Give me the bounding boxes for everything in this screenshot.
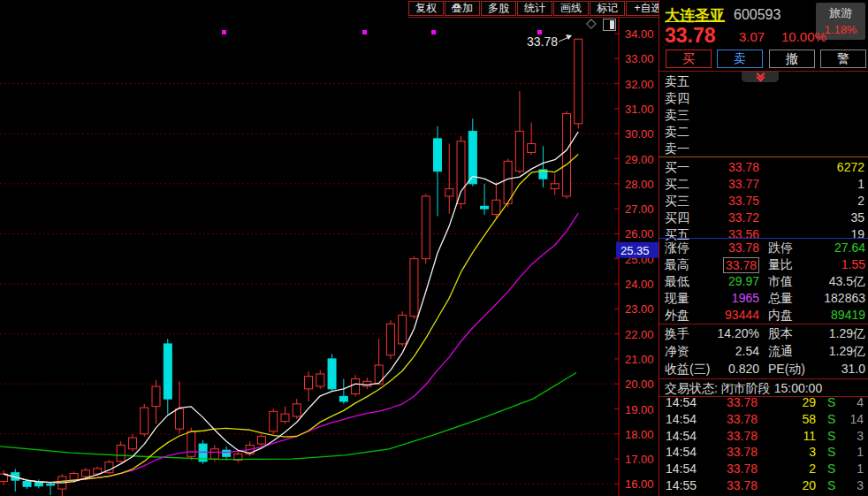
ask-row[interactable]: 卖三	[659, 107, 868, 124]
tick-count: 14	[849, 411, 864, 428]
ask-row[interactable]: 卖二	[659, 124, 868, 141]
bid-row[interactable]: 买四33.7235	[659, 210, 868, 226]
tick-count: 1	[857, 461, 864, 477]
chart-toolbar: 复权 叠加 多股 统计 画线 标记 +自选 返回	[408, 0, 659, 18]
candle-body	[433, 139, 441, 172]
stat-value[interactable]: 33.78	[723, 257, 759, 273]
candle-body	[575, 39, 582, 124]
price-change: 3.07	[739, 29, 765, 44]
tick-volume: 58	[802, 411, 816, 428]
tick-volume: 3	[809, 444, 816, 461]
fundamental-label: 流通	[768, 343, 793, 360]
ask-row[interactable]: 卖一	[659, 141, 868, 157]
ma-line	[4, 213, 578, 482]
price-annotation: 33.78	[527, 34, 558, 49]
sell-button[interactable]: 卖	[717, 50, 763, 68]
stat-label: 内盘	[768, 307, 793, 324]
annotation-arrowhead	[566, 34, 572, 40]
candle-body	[164, 344, 171, 399]
candle-body	[305, 377, 313, 389]
window-restore-icon[interactable]	[603, 19, 616, 31]
stat-value: 27.64	[834, 240, 865, 256]
bid-row[interactable]: 买一33.786272	[659, 159, 868, 176]
tick-side: S	[827, 428, 835, 445]
candle-body	[352, 379, 360, 394]
bid-volume: 1	[857, 176, 864, 193]
toolbar-mark-button[interactable]: 标记	[590, 1, 625, 16]
stat-label: 市值	[768, 273, 793, 290]
fundamental-row: 收益(三)0.820PE(动)31.0	[659, 361, 868, 378]
bid-price: 33.72	[728, 210, 759, 226]
event-dot	[431, 30, 436, 34]
bid-row[interactable]: 买二33.771	[659, 176, 868, 193]
bid-volume: 6272	[837, 159, 864, 176]
stat-label: 总量	[768, 290, 793, 307]
tick-row: 14:5433.7858S14	[659, 411, 868, 428]
toolbar-stats-button[interactable]: 统计	[517, 1, 552, 16]
candle-body	[141, 408, 148, 434]
toolbar-draw-button[interactable]: 画线	[553, 1, 589, 16]
tick-time: 14:54	[666, 411, 697, 428]
bid-row[interactable]: 买三33.752	[659, 193, 868, 210]
stat-label: 涨停	[665, 240, 689, 256]
stats-row: 现量1965总量182863	[659, 290, 868, 307]
price-change-percent: 10.00%	[781, 29, 826, 44]
tick-row: 14:5433.7811S3	[659, 428, 868, 445]
tick-volume: 20	[802, 477, 816, 494]
bid-price: 33.75	[728, 193, 759, 210]
tick-price: 33.78	[727, 461, 758, 477]
toolbar-overlay-button[interactable]: 叠加	[445, 1, 480, 16]
bid-price: 33.78	[728, 159, 759, 176]
bid-label: 买三	[665, 193, 689, 210]
fundamental-row: 换手14.20%股本1.29亿	[659, 325, 868, 342]
toolbar-adjust-button[interactable]: 复权	[408, 1, 444, 16]
candle-body	[328, 359, 336, 389]
bid-price: 33.77	[728, 176, 759, 193]
diamond-marker-icon[interactable]: ◇	[586, 16, 597, 29]
fundamental-label: 换手	[665, 325, 689, 342]
candle-body	[23, 482, 31, 487]
candle-body	[386, 324, 394, 355]
ask-row[interactable]: 卖五	[659, 73, 868, 90]
candle-body	[47, 484, 55, 485]
tick-row: 14:5433.783S1	[659, 444, 868, 461]
toolbar-multistock-button[interactable]: 多股	[481, 1, 516, 16]
candle-body	[281, 414, 289, 421]
ask-label: 卖五	[665, 73, 689, 90]
tick-count: 4	[857, 394, 864, 411]
tick-price: 33.78	[727, 477, 758, 494]
buy-button[interactable]: 买	[666, 50, 712, 68]
candle-body	[445, 188, 453, 195]
axis-label: 19.00	[625, 403, 654, 416]
axis-label: 29.00	[625, 153, 654, 166]
candle-body	[515, 131, 523, 171]
fundamental-value: 2.54	[735, 343, 759, 360]
ask-label: 卖四	[665, 90, 689, 107]
divider	[659, 378, 868, 379]
tick-time: 14:54	[666, 461, 697, 477]
tick-time: 14:54	[666, 394, 697, 411]
candlestick-chart[interactable]: 33.7834.0033.0032.0031.0030.0029.0028.00…	[0, 0, 659, 496]
candle-body	[257, 437, 265, 444]
stat-value: 1965	[732, 290, 759, 307]
axis-label: 23.00	[625, 302, 654, 316]
candle-body	[481, 206, 489, 209]
stat-label: 现量	[665, 290, 689, 307]
stat-value: 89419	[831, 307, 865, 324]
tick-side: S	[827, 444, 835, 461]
ask-row[interactable]: 卖四	[659, 90, 868, 107]
fundamental-label: 收益(三)	[665, 361, 710, 378]
candle-body	[316, 374, 324, 386]
alert-button[interactable]: 警	[820, 50, 866, 68]
tick-side: S	[827, 477, 835, 494]
cancel-order-button[interactable]: 撤	[769, 50, 815, 68]
stat-label: 跌停	[768, 240, 793, 256]
axis-label: 28.00	[625, 178, 654, 191]
ask-label: 卖二	[665, 124, 689, 141]
stat-label: 外盘	[665, 307, 689, 324]
stats-row: 涨停33.78跌停27.64	[659, 240, 868, 256]
stock-code: 600593	[734, 7, 780, 23]
stat-label: 最低	[665, 273, 689, 290]
candle-body	[562, 114, 570, 196]
tick-price: 33.78	[727, 394, 758, 411]
